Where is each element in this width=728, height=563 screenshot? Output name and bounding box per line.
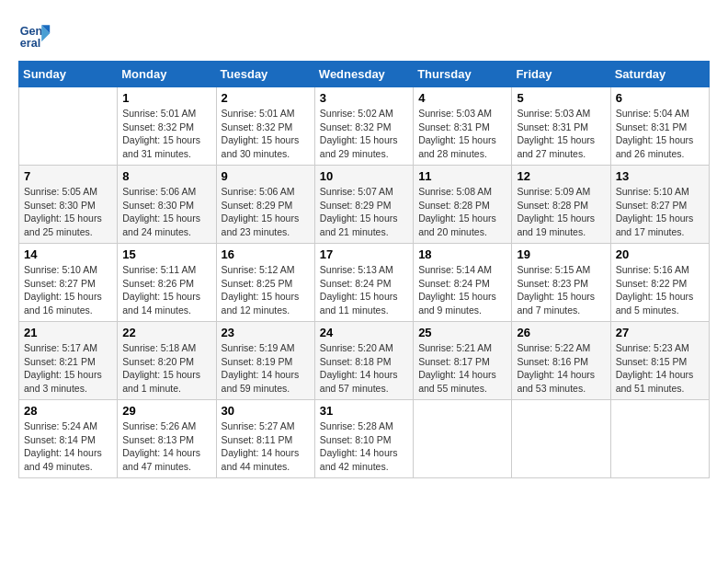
header-tuesday: Tuesday xyxy=(216,62,314,87)
calendar-cell: 10Sunrise: 5:07 AMSunset: 8:29 PMDayligh… xyxy=(314,166,413,244)
day-number: 8 xyxy=(122,169,210,183)
day-number: 9 xyxy=(222,169,310,183)
calendar-cell: 27Sunrise: 5:23 AMSunset: 8:15 PMDayligh… xyxy=(610,322,709,400)
day-info: Sunrise: 5:03 AMSunset: 8:31 PMDaylight:… xyxy=(418,107,506,161)
header-sunday: Sunday xyxy=(19,62,118,87)
header: Gen eral xyxy=(18,18,710,52)
calendar-cell: 6Sunrise: 5:04 AMSunset: 8:31 PMDaylight… xyxy=(610,87,709,166)
calendar-cell xyxy=(414,400,512,478)
calendar-cell: 21Sunrise: 5:17 AMSunset: 8:21 PMDayligh… xyxy=(19,322,118,400)
day-info: Sunrise: 5:04 AMSunset: 8:31 PMDaylight:… xyxy=(616,107,704,161)
day-number: 31 xyxy=(320,404,408,418)
calendar-cell: 7Sunrise: 5:05 AMSunset: 8:30 PMDaylight… xyxy=(19,166,118,244)
calendar-cell: 15Sunrise: 5:11 AMSunset: 8:26 PMDayligh… xyxy=(118,244,216,322)
header-saturday: Saturday xyxy=(610,62,709,87)
day-info: Sunrise: 5:14 AMSunset: 8:24 PMDaylight:… xyxy=(418,263,506,317)
day-info: Sunrise: 5:02 AMSunset: 8:32 PMDaylight:… xyxy=(320,107,408,161)
logo: Gen eral xyxy=(18,18,55,52)
day-number: 29 xyxy=(122,404,210,418)
day-info: Sunrise: 5:11 AMSunset: 8:26 PMDaylight:… xyxy=(122,263,210,317)
calendar-cell: 19Sunrise: 5:15 AMSunset: 8:23 PMDayligh… xyxy=(512,244,610,322)
calendar-table: SundayMondayTuesdayWednesdayThursdayFrid… xyxy=(18,61,710,478)
day-info: Sunrise: 5:19 AMSunset: 8:19 PMDaylight:… xyxy=(222,341,310,396)
calendar-cell xyxy=(512,400,610,478)
day-info: Sunrise: 5:20 AMSunset: 8:18 PMDaylight:… xyxy=(320,341,408,396)
day-info: Sunrise: 5:03 AMSunset: 8:31 PMDaylight:… xyxy=(517,107,605,161)
header-thursday: Thursday xyxy=(414,62,512,87)
calendar-cell: 31Sunrise: 5:28 AMSunset: 8:10 PMDayligh… xyxy=(314,400,413,478)
header-friday: Friday xyxy=(512,62,610,87)
calendar-week-3: 14Sunrise: 5:10 AMSunset: 8:27 PMDayligh… xyxy=(19,244,710,322)
day-number: 7 xyxy=(24,169,112,183)
day-info: Sunrise: 5:15 AMSunset: 8:23 PMDaylight:… xyxy=(517,263,605,317)
day-info: Sunrise: 5:27 AMSunset: 8:11 PMDaylight:… xyxy=(222,419,310,474)
calendar-cell: 16Sunrise: 5:12 AMSunset: 8:25 PMDayligh… xyxy=(216,244,314,322)
day-number: 15 xyxy=(122,247,210,261)
day-number: 22 xyxy=(122,326,210,339)
calendar-cell: 11Sunrise: 5:08 AMSunset: 8:28 PMDayligh… xyxy=(414,166,512,244)
day-number: 18 xyxy=(418,247,506,261)
calendar-cell: 2Sunrise: 5:01 AMSunset: 8:32 PMDaylight… xyxy=(216,87,314,166)
day-number: 23 xyxy=(222,326,310,339)
calendar-week-4: 21Sunrise: 5:17 AMSunset: 8:21 PMDayligh… xyxy=(19,322,710,400)
calendar-week-1: 1Sunrise: 5:01 AMSunset: 8:32 PMDaylight… xyxy=(19,87,710,166)
calendar-cell: 17Sunrise: 5:13 AMSunset: 8:24 PMDayligh… xyxy=(314,244,413,322)
day-info: Sunrise: 5:10 AMSunset: 8:27 PMDaylight:… xyxy=(24,263,112,317)
calendar-cell: 30Sunrise: 5:27 AMSunset: 8:11 PMDayligh… xyxy=(216,400,314,478)
day-number: 28 xyxy=(24,404,112,418)
day-number: 4 xyxy=(418,91,506,105)
day-number: 25 xyxy=(418,326,506,339)
calendar-cell: 26Sunrise: 5:22 AMSunset: 8:16 PMDayligh… xyxy=(512,322,610,400)
calendar-cell: 3Sunrise: 5:02 AMSunset: 8:32 PMDaylight… xyxy=(314,87,413,166)
day-number: 20 xyxy=(616,247,704,261)
day-info: Sunrise: 5:01 AMSunset: 8:32 PMDaylight:… xyxy=(222,107,310,161)
svg-text:eral: eral xyxy=(20,37,40,50)
day-info: Sunrise: 5:07 AMSunset: 8:29 PMDaylight:… xyxy=(320,185,408,239)
calendar-cell: 14Sunrise: 5:10 AMSunset: 8:27 PMDayligh… xyxy=(19,244,118,322)
calendar-cell: 18Sunrise: 5:14 AMSunset: 8:24 PMDayligh… xyxy=(414,244,512,322)
day-number: 11 xyxy=(418,169,506,183)
calendar-cell xyxy=(19,87,118,166)
day-info: Sunrise: 5:08 AMSunset: 8:28 PMDaylight:… xyxy=(418,185,506,239)
day-info: Sunrise: 5:06 AMSunset: 8:29 PMDaylight:… xyxy=(222,185,310,239)
calendar-cell: 24Sunrise: 5:20 AMSunset: 8:18 PMDayligh… xyxy=(314,322,413,400)
calendar-cell: 28Sunrise: 5:24 AMSunset: 8:14 PMDayligh… xyxy=(19,400,118,478)
calendar-cell: 9Sunrise: 5:06 AMSunset: 8:29 PMDaylight… xyxy=(216,166,314,244)
calendar-cell: 8Sunrise: 5:06 AMSunset: 8:30 PMDaylight… xyxy=(118,166,216,244)
calendar-cell: 29Sunrise: 5:26 AMSunset: 8:13 PMDayligh… xyxy=(118,400,216,478)
calendar-cell: 1Sunrise: 5:01 AMSunset: 8:32 PMDaylight… xyxy=(118,87,216,166)
day-number: 13 xyxy=(616,169,704,183)
calendar-cell: 22Sunrise: 5:18 AMSunset: 8:20 PMDayligh… xyxy=(118,322,216,400)
day-info: Sunrise: 5:01 AMSunset: 8:32 PMDaylight:… xyxy=(122,107,210,161)
day-number: 3 xyxy=(320,91,408,105)
day-info: Sunrise: 5:21 AMSunset: 8:17 PMDaylight:… xyxy=(418,341,506,396)
day-info: Sunrise: 5:16 AMSunset: 8:22 PMDaylight:… xyxy=(616,263,704,317)
day-info: Sunrise: 5:09 AMSunset: 8:28 PMDaylight:… xyxy=(517,185,605,239)
day-info: Sunrise: 5:12 AMSunset: 8:25 PMDaylight:… xyxy=(222,263,310,317)
day-number: 14 xyxy=(24,247,112,261)
day-info: Sunrise: 5:06 AMSunset: 8:30 PMDaylight:… xyxy=(122,185,210,239)
day-number: 17 xyxy=(320,247,408,261)
day-number: 26 xyxy=(517,326,605,339)
calendar-cell: 25Sunrise: 5:21 AMSunset: 8:17 PMDayligh… xyxy=(414,322,512,400)
calendar-week-2: 7Sunrise: 5:05 AMSunset: 8:30 PMDaylight… xyxy=(19,166,710,244)
calendar-cell: 13Sunrise: 5:10 AMSunset: 8:27 PMDayligh… xyxy=(610,166,709,244)
day-number: 1 xyxy=(122,91,210,105)
calendar-cell: 12Sunrise: 5:09 AMSunset: 8:28 PMDayligh… xyxy=(512,166,610,244)
calendar-cell: 5Sunrise: 5:03 AMSunset: 8:31 PMDaylight… xyxy=(512,87,610,166)
header-monday: Monday xyxy=(118,62,216,87)
day-number: 24 xyxy=(320,326,408,339)
day-number: 10 xyxy=(320,169,408,183)
day-number: 30 xyxy=(222,404,310,418)
calendar-cell: 23Sunrise: 5:19 AMSunset: 8:19 PMDayligh… xyxy=(216,322,314,400)
day-number: 5 xyxy=(517,91,605,105)
day-info: Sunrise: 5:23 AMSunset: 8:15 PMDaylight:… xyxy=(616,341,704,396)
day-number: 2 xyxy=(222,91,310,105)
day-info: Sunrise: 5:13 AMSunset: 8:24 PMDaylight:… xyxy=(320,263,408,317)
day-number: 16 xyxy=(222,247,310,261)
day-number: 21 xyxy=(24,326,112,339)
calendar-cell: 4Sunrise: 5:03 AMSunset: 8:31 PMDaylight… xyxy=(414,87,512,166)
day-number: 6 xyxy=(616,91,704,105)
calendar-cell xyxy=(610,400,709,478)
day-info: Sunrise: 5:28 AMSunset: 8:10 PMDaylight:… xyxy=(320,419,408,474)
